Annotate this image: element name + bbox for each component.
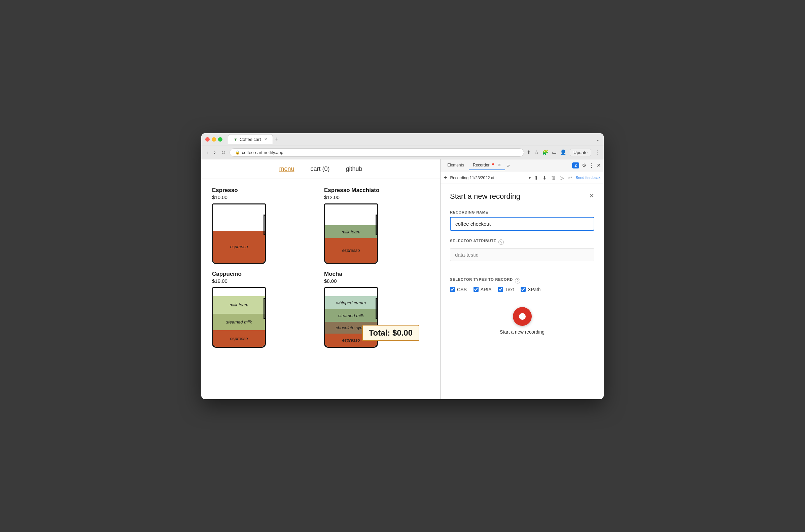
devtools-close-icon[interactable]: ✕	[597, 163, 601, 169]
browser-tab[interactable]: ▼ Coffee cart ✕	[228, 134, 273, 144]
more-icon[interactable]: ⋮	[594, 149, 600, 155]
browser-window: ▼ Coffee cart ✕ + ⌄ ‹ › ↻ 🔒 coffee-cart.…	[201, 133, 604, 399]
selector-types-section: SELECTOR TYPES TO RECORD ? CSS ARIA	[450, 278, 594, 292]
close-button[interactable]	[205, 137, 210, 141]
aria-checkbox[interactable]	[474, 287, 479, 292]
tab-bar: ▼ Coffee cart ✕ + ⌄	[228, 134, 600, 144]
profile-icon[interactable]: 👤	[560, 149, 566, 155]
coffee-price-espresso: $10.00	[212, 194, 317, 200]
em-espresso-layer: espresso	[325, 238, 377, 263]
recording-delete-icon[interactable]: 🗑	[550, 174, 556, 181]
mocha-steamed-layer: steamed milk	[325, 309, 377, 322]
recording-name-input[interactable]	[450, 217, 594, 231]
add-recording-icon[interactable]: +	[444, 174, 447, 181]
title-bar: ▼ Coffee cart ✕ + ⌄	[201, 133, 604, 146]
coffee-item-mocha[interactable]: Mocha $8.00 espresso chocolate syrup ste…	[324, 271, 429, 348]
coffee-item-cappucino[interactable]: Cappucino $19.00 espresso steamed milk m…	[212, 271, 317, 348]
recording-name-label: RECORDING NAME	[450, 210, 594, 214]
address-bar: ‹ › ↻ 🔒 coffee-cart.netlify.app ⬆ ☆ 🧩 ▭ …	[201, 146, 604, 159]
tab-title: Coffee cart	[240, 137, 261, 142]
bookmark-icon[interactable]: ☆	[534, 149, 539, 155]
checkbox-text[interactable]: Text	[498, 287, 514, 292]
toolbar-icons: ⬆ ☆ 🧩 ▭ 👤 Update ⋮	[527, 149, 600, 156]
devtools-menu-icon[interactable]: ⋮	[589, 163, 594, 169]
selector-types-label-row: SELECTOR TYPES TO RECORD ?	[450, 278, 594, 284]
coffee-name-macchiato: Espresso Macchiato	[324, 187, 429, 194]
recording-name-field: RECORDING NAME	[450, 210, 594, 239]
selector-attr-label: SELECTOR ATTRIBUTE	[450, 239, 496, 243]
window-menu-icon[interactable]: ⌄	[596, 137, 600, 142]
devtools-tab-bar: Elements Recorder 📍 ✕ » 2 ⚙ ⋮ ✕	[441, 159, 604, 172]
selector-attr-help-icon[interactable]: ?	[498, 240, 504, 245]
checkbox-css[interactable]: CSS	[450, 287, 467, 292]
send-feedback-link[interactable]: Send feedback	[576, 175, 600, 180]
coffee-name-espresso: Espresso	[212, 187, 317, 194]
update-button[interactable]: Update	[570, 149, 591, 156]
em-foam-layer: milk foam	[325, 225, 377, 238]
maximize-button[interactable]	[218, 137, 222, 141]
coffee-name-mocha: Mocha	[324, 271, 429, 278]
recorder-tab-close-icon[interactable]: ✕	[498, 163, 501, 168]
new-tab-button[interactable]: +	[275, 136, 279, 142]
coffee-grid: Espresso $10.00 espresso Espresso Macchi…	[201, 179, 440, 356]
total-badge: Total: $0.00	[362, 325, 419, 341]
url-text: coffee-cart.netlify.app	[242, 150, 283, 155]
cap-foam-layer: milk foam	[213, 296, 265, 314]
recording-chevron-icon[interactable]: ▾	[529, 175, 531, 180]
traffic-lights	[205, 137, 222, 141]
xpath-checkbox[interactable]	[520, 287, 526, 292]
recording-replay-icon[interactable]: ↩	[567, 174, 573, 182]
tab-favicon: ▼	[234, 137, 238, 142]
cap-espresso-layer: espresso	[213, 330, 265, 347]
recording-name-display: Recording 11/23/2022 at :	[450, 175, 526, 180]
recording-toolbar: + Recording 11/23/2022 at : ▾ ⬆ ⬇ 🗑 ▷ ↩ …	[441, 172, 604, 184]
cap-steamed-layer: steamed milk	[213, 314, 265, 330]
minimize-button[interactable]	[212, 137, 216, 141]
share-icon[interactable]: ⬆	[527, 149, 531, 155]
coffee-name-cappucino: Cappucino	[212, 271, 317, 278]
mug-espresso: espresso	[212, 204, 266, 264]
back-button[interactable]: ‹	[205, 149, 210, 156]
tab-elements[interactable]: Elements	[443, 161, 468, 170]
devtools-more-tabs-icon[interactable]: »	[507, 163, 510, 168]
refresh-button[interactable]: ↻	[220, 149, 227, 156]
dialog-content: Start a new recording ✕ RECORDING NAME S…	[441, 184, 604, 399]
tab-recorder[interactable]: Recorder 📍 ✕	[469, 161, 505, 170]
selector-attribute-section: SELECTOR ATTRIBUTE ?	[450, 239, 594, 269]
app-nav: menu cart (0) github	[201, 159, 440, 179]
selector-types-help-icon[interactable]: ?	[515, 278, 520, 284]
dialog-close-button[interactable]: ✕	[589, 192, 594, 200]
mocha-whipped-layer: whipped cream	[325, 296, 377, 309]
coffee-item-espresso[interactable]: Espresso $10.00 espresso	[212, 187, 317, 264]
checkbox-xpath[interactable]: XPath	[520, 287, 541, 292]
coffee-app: menu cart (0) github Espresso $10.00 esp…	[201, 159, 440, 399]
lock-icon: 🔒	[235, 150, 240, 155]
nav-menu[interactable]: menu	[279, 166, 294, 172]
url-bar[interactable]: 🔒 coffee-cart.netlify.app	[230, 148, 524, 157]
text-checkbox[interactable]	[498, 287, 503, 292]
nav-cart[interactable]: cart (0)	[310, 166, 329, 172]
mug-cappucino: espresso steamed milk milk foam	[212, 287, 266, 348]
coffee-item-macchiato[interactable]: Espresso Macchiato $12.00 espresso milk …	[324, 187, 429, 264]
devtools-settings-icon[interactable]: ⚙	[582, 163, 586, 169]
recording-upload-icon[interactable]: ⬆	[533, 174, 539, 182]
tab-close-icon[interactable]: ✕	[264, 137, 267, 141]
selector-attr-label-row: SELECTOR ATTRIBUTE ?	[450, 239, 594, 246]
css-checkbox[interactable]	[450, 287, 455, 292]
checkbox-aria[interactable]: ARIA	[474, 287, 492, 292]
coffee-price-mocha: $8.00	[324, 278, 429, 284]
recording-download-icon[interactable]: ⬇	[542, 174, 548, 182]
devtools-panel: Elements Recorder 📍 ✕ » 2 ⚙ ⋮ ✕ + Reco	[440, 159, 604, 399]
selector-attr-input[interactable]	[450, 248, 594, 261]
extensions-icon[interactable]: 🧩	[542, 149, 549, 155]
espresso-layer: espresso	[213, 231, 265, 263]
nav-github[interactable]: github	[346, 166, 363, 172]
recording-play-icon[interactable]: ▷	[559, 174, 565, 182]
checkboxes-row: CSS ARIA Text XPath	[450, 287, 594, 292]
coffee-price-macchiato: $12.00	[324, 194, 429, 200]
sidebar-icon[interactable]: ▭	[552, 149, 556, 155]
start-recording-button[interactable]	[513, 307, 532, 326]
mug-macchiato: espresso milk foam	[324, 204, 378, 264]
record-button-section: Start a new recording	[450, 300, 594, 341]
forward-button[interactable]: ›	[212, 149, 217, 156]
